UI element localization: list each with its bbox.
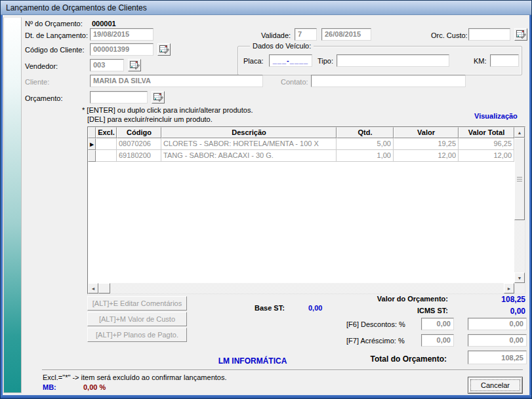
footer-divider: [42, 370, 523, 371]
mb-value: 0,00 %: [83, 383, 106, 391]
base-st-label: Base ST:: [255, 304, 285, 312]
table-row[interactable]: ▶ 08070206 CLORETS - SABOR: HORTELA/MENT…: [88, 138, 514, 150]
descontos-valor-field[interactable]: 0,00: [468, 318, 527, 330]
editar-comentarios-button[interactable]: [ALT]+E Editar Comentários: [87, 296, 187, 311]
grid-header-qtd[interactable]: Qtd.: [337, 127, 394, 138]
cancel-button-focus-rect: Cancelar: [470, 379, 520, 391]
table-row[interactable]: 69180200 TANG - SABOR: ABACAXI - 30 G. 1…: [88, 150, 514, 162]
placa-label: Placa:: [243, 57, 264, 65]
lookup-grid-icon: [130, 60, 140, 71]
grid-header-codigo[interactable]: Código: [117, 127, 161, 138]
vendedor-field[interactable]: 003: [90, 59, 124, 71]
valor-de-custo-button[interactable]: [ALT]+M Valor de Custo: [87, 312, 187, 326]
scroll-down-icon[interactable]: ▼: [514, 273, 525, 283]
window-border-bottom: [1, 395, 531, 398]
titlebar[interactable]: Lançamento de Orçamentos de Clientes: [1, 1, 531, 15]
tipo-label: Tipo:: [317, 57, 333, 65]
icms-st-label: ICMS ST:: [354, 307, 448, 314]
codigo-cliente-label: Código do Cliente:: [25, 46, 85, 54]
numero-orcamento-value: 000001: [92, 20, 116, 28]
grid-header-valor-total[interactable]: Valor Total: [459, 127, 514, 138]
visualizacao-link[interactable]: Visualização: [474, 112, 518, 120]
descontos-pct-field[interactable]: 0,00: [421, 318, 454, 330]
planos-de-pagto-button[interactable]: [ALT]+P Planos de Pagto.: [87, 328, 187, 342]
instruction-enter-key: * [ENTER]: [82, 106, 115, 114]
horizontal-scrollbar[interactable]: ◄ ►: [88, 283, 514, 294]
grid-header-indicator: [88, 127, 96, 138]
contato-field[interactable]: [311, 75, 466, 87]
valor-orcamento-value: 108,25: [470, 295, 525, 304]
lookup-grid-icon: [153, 92, 163, 103]
scroll-left-icon[interactable]: ◄: [88, 283, 98, 294]
acrescimo-text: Acréscimo:: [360, 337, 396, 345]
validade-data-field[interactable]: 26/08/2015: [321, 28, 371, 41]
grid-header-descricao[interactable]: Descrição: [161, 127, 337, 138]
instruction-del-key: [DEL]: [87, 115, 106, 123]
cell-descricao[interactable]: CLORETS - SABOR: HORTELA/MENTA - 100 X: [161, 138, 337, 150]
cell-valor-total[interactable]: 12,00: [459, 150, 514, 162]
cell-descricao[interactable]: TANG - SABOR: ABACAXI - 30 G.: [161, 150, 337, 162]
instruction-del-text: para excluir/reincluir um produto.: [106, 115, 213, 123]
validade-dias-field[interactable]: 7: [295, 28, 317, 41]
cliente-field: MARIA DA SILVA: [90, 75, 263, 87]
scroll-right-icon[interactable]: ►: [504, 283, 514, 294]
vertical-scrollbar[interactable]: ▲ ▼: [514, 127, 525, 283]
products-grid[interactable]: Excl. Código Descrição Qtd. Valor Valor …: [87, 126, 525, 294]
cell-codigo[interactable]: 08070206: [117, 138, 161, 150]
km-field[interactable]: [490, 54, 519, 67]
orcamento-label: Orçamento:: [25, 94, 62, 102]
acrescimo-valor-field[interactable]: 0,00: [468, 334, 527, 347]
cell-excl[interactable]: [96, 150, 117, 162]
horizontal-scrollbar-thumb[interactable]: [98, 283, 110, 294]
vertical-scrollbar-thumb[interactable]: [514, 138, 525, 220]
window-border-left: [1, 15, 3, 396]
cell-codigo[interactable]: 69180200: [117, 150, 161, 162]
scroll-up-icon[interactable]: ▲: [514, 127, 525, 138]
total-orcamento-label: Total do Orçamento:: [358, 354, 447, 364]
lookup-grid-icon: [516, 29, 526, 40]
lookup-grid-icon: [159, 45, 169, 55]
acrescimo-pct-field[interactable]: 0,00: [421, 334, 454, 347]
dados-veiculo-legend: Dados do Veículo:: [250, 42, 314, 50]
km-label: KM:: [474, 57, 487, 65]
acrescimo-key: [F7]: [346, 337, 359, 345]
codigo-cliente-field[interactable]: 000001399: [90, 43, 153, 56]
codigo-cliente-lookup-button[interactable]: [157, 43, 171, 56]
vendedor-lookup-button[interactable]: [128, 59, 141, 71]
instruction-enter-text: ou duplo click para incluir/alterar prod…: [115, 106, 253, 114]
window-border-right: [529, 15, 531, 396]
grid-header-valor[interactable]: Valor: [394, 127, 459, 138]
orc-custo-field[interactable]: [468, 28, 510, 41]
brand-text: LM INFORMÁTICA: [144, 356, 361, 366]
cancel-button-label: Cancelar: [481, 381, 510, 389]
scrollbar-corner: [514, 283, 525, 294]
orcamento-field[interactable]: [90, 91, 148, 104]
vertical-scrollbar-column: ▲ ▼: [514, 127, 525, 294]
cell-valor-total[interactable]: 96,25: [459, 138, 514, 150]
cliente-label: Cliente:: [25, 78, 49, 86]
grid-header-excl[interactable]: Excl.: [96, 127, 117, 138]
cell-valor[interactable]: 12,00: [394, 150, 459, 162]
cell-excl[interactable]: [96, 138, 117, 150]
window-title: Lançamento de Orçamentos de Clientes: [6, 3, 147, 12]
instruction-enter: * [ENTER] ou duplo click para incluir/al…: [82, 106, 253, 114]
cell-qtd[interactable]: 1,00: [337, 150, 394, 162]
total-orcamento-field: 108,25: [468, 351, 527, 364]
cell-qtd[interactable]: 5,00: [337, 138, 394, 150]
horizontal-scrollbar-track[interactable]: [110, 283, 504, 294]
orcamento-lookup-button[interactable]: [152, 91, 165, 104]
data-lancamento-field[interactable]: 19/08/2015: [90, 28, 153, 41]
products-grid-body: Excl. Código Descrição Qtd. Valor Valor …: [88, 127, 514, 294]
valor-orcamento-label: Valor do Orçamento:: [354, 295, 448, 303]
tipo-field[interactable]: [337, 54, 449, 67]
grid-empty-area: [88, 162, 514, 283]
excl-note: Excl.="*" -> item será excluído ao confi…: [43, 373, 226, 381]
base-st-value: 0,00: [308, 304, 322, 312]
cell-valor[interactable]: 19,25: [394, 138, 459, 150]
orc-custo-lookup-button[interactable]: [514, 28, 527, 41]
cancel-button[interactable]: Cancelar: [468, 377, 523, 394]
thumb-grip: [517, 177, 522, 181]
vertical-scrollbar-track[interactable]: [514, 220, 525, 273]
placa-field[interactable]: ___-____: [269, 54, 312, 67]
data-lancamento-label: Dt. de Lançamento:: [25, 31, 88, 39]
